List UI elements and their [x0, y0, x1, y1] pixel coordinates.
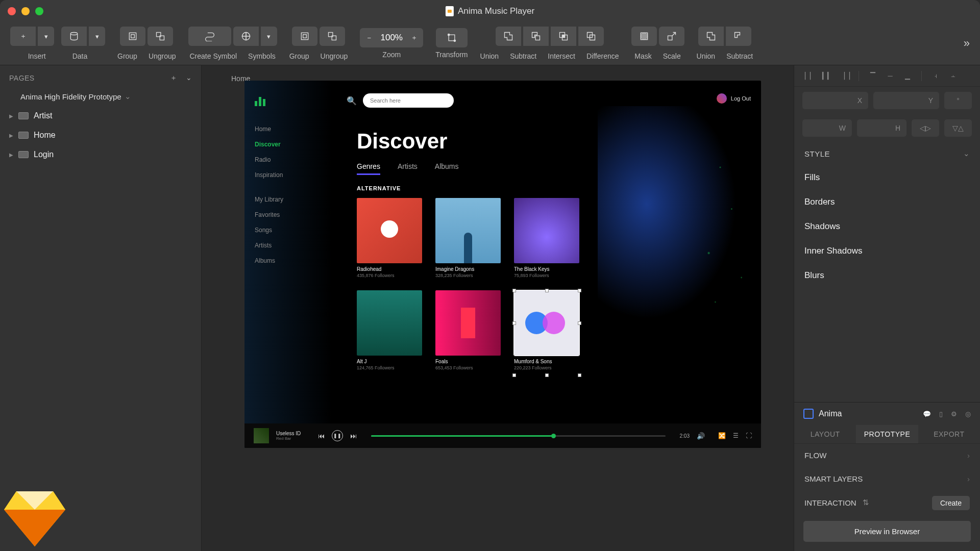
target-icon[interactable]: ◎ — [965, 410, 971, 418]
y-input[interactable]: Y — [873, 92, 939, 109]
subtract-button[interactable] — [523, 27, 549, 46]
inner-shadows-section[interactable]: Inner Shadows — [794, 239, 980, 263]
close-window-button[interactable] — [8, 7, 16, 15]
artist-card[interactable]: Alt J124,765 Followers — [357, 290, 422, 370]
layer-login[interactable]: ▶ Login — [0, 145, 201, 164]
previous-track-button[interactable]: ⏮ — [318, 432, 325, 440]
nav-artists[interactable]: Artists — [255, 238, 321, 253]
add-page-button[interactable]: ＋ — [170, 73, 178, 83]
w-input[interactable]: W — [802, 119, 852, 137]
interaction-row[interactable]: INTERACTION — [804, 498, 856, 507]
zoom-value[interactable]: 100% — [378, 33, 405, 43]
bar-icon[interactable]: ▯ — [939, 410, 943, 418]
nav-albums[interactable]: Albums — [255, 253, 321, 268]
intersect-button[interactable] — [551, 27, 576, 46]
chevron-right-icon[interactable]: › — [967, 474, 970, 483]
volume-icon[interactable]: 🔊 — [697, 432, 705, 440]
shuffle-icon[interactable]: 🔀 — [718, 432, 726, 439]
selection-handle[interactable] — [512, 321, 516, 325]
subtract2-button[interactable] — [726, 27, 751, 46]
artist-card[interactable]: Foals653,453 Followers — [435, 290, 501, 370]
nav-discover[interactable]: Discover — [255, 137, 321, 152]
symbols-button[interactable] — [233, 27, 259, 46]
chevron-down-icon[interactable]: ⌄ — [963, 149, 970, 158]
artboard-home[interactable]: Home Discover Radio Inspiration My Libra… — [244, 81, 761, 448]
flip-h-button[interactable]: ◁▷ — [912, 119, 939, 137]
align-bottom-button[interactable]: ▁ — [900, 69, 915, 83]
comment-icon[interactable]: 💬 — [923, 410, 931, 418]
disclosure-triangle-icon[interactable]: ▶ — [9, 152, 13, 158]
artist-card[interactable]: The Black Keys75,893 Followers — [514, 198, 579, 278]
rotation-input[interactable]: ° — [944, 92, 972, 109]
selection-handle[interactable] — [512, 289, 516, 292]
nav-home[interactable]: Home — [255, 121, 321, 137]
zoom-in-button[interactable]: ＋ — [405, 33, 423, 42]
logout-button[interactable]: Log Out — [717, 93, 751, 104]
distribute-h-button[interactable]: ⫞ — [928, 69, 943, 83]
symbols-dropdown[interactable]: ▾ — [261, 27, 277, 46]
chevron-right-icon[interactable]: › — [967, 451, 970, 460]
data-dropdown[interactable]: ▾ — [89, 27, 105, 46]
nav-inspiration[interactable]: Inspiration — [255, 167, 321, 183]
search-icon[interactable]: 🔍 — [347, 96, 357, 106]
toolbar-overflow-button[interactable]: » — [964, 37, 970, 50]
pages-dropdown[interactable]: ⌄ — [186, 73, 192, 83]
group-button[interactable] — [120, 27, 145, 46]
shadows-section[interactable]: Shadows — [794, 214, 980, 239]
align-left-button[interactable]: ▏▏ — [802, 69, 818, 83]
borders-section[interactable]: Borders — [794, 190, 980, 214]
selection-handle[interactable] — [578, 373, 581, 377]
disclosure-triangle-icon[interactable]: ▶ — [9, 133, 13, 138]
artist-card-selected[interactable]: Mumford & Sons220,223 Followers — [514, 290, 579, 370]
selection-handle[interactable] — [545, 373, 549, 377]
tab-prototype[interactable]: PROTOTYPE — [856, 425, 918, 443]
align-middle-button[interactable]: ─ — [883, 69, 898, 83]
create-button[interactable]: Create — [932, 496, 970, 510]
ungroup2-button[interactable] — [320, 27, 345, 46]
zoom-out-button[interactable]: − — [360, 34, 378, 42]
smart-layers-row[interactable]: SMART LAYERS — [804, 474, 863, 483]
create-symbol-button[interactable] — [188, 27, 231, 46]
selection-handle[interactable] — [545, 289, 549, 292]
maximize-window-button[interactable] — [35, 7, 43, 15]
selection-handle[interactable] — [578, 321, 581, 325]
current-page[interactable]: Anima High Fidelity Prototype⌄ — [0, 87, 201, 106]
flip-v-button[interactable]: ▽△ — [944, 119, 972, 137]
pause-button[interactable]: ❚❚ — [332, 430, 343, 441]
blurs-section[interactable]: Blurs — [794, 263, 980, 288]
align-right-button[interactable]: ▕▕ — [837, 69, 852, 83]
layer-artist[interactable]: ▶ Artist — [0, 106, 201, 126]
align-top-button[interactable]: ▔ — [865, 69, 880, 83]
fullscreen-icon[interactable]: ⛶ — [746, 432, 752, 439]
nav-my-library[interactable]: My Library — [255, 192, 321, 207]
insert-dropdown[interactable]: ▾ — [38, 27, 54, 46]
x-input[interactable]: X — [802, 92, 868, 109]
align-center-h-button[interactable]: ▎▎ — [820, 69, 835, 83]
h-input[interactable]: H — [857, 119, 906, 137]
tab-export[interactable]: EXPORT — [918, 425, 980, 443]
tab-artists[interactable]: Artists — [398, 162, 418, 175]
group2-button[interactable] — [292, 27, 317, 46]
layer-home[interactable]: ▶ Home — [0, 126, 201, 145]
nav-favorites[interactable]: Favorites — [255, 207, 321, 222]
union-button[interactable] — [496, 27, 521, 46]
union2-button[interactable] — [698, 27, 724, 46]
minimize-window-button[interactable] — [21, 7, 30, 15]
flow-row[interactable]: FLOW — [804, 451, 826, 460]
tab-albums[interactable]: Albums — [435, 162, 459, 175]
fills-section[interactable]: Fills — [794, 165, 980, 190]
next-track-button[interactable]: ⏭ — [350, 432, 357, 440]
search-input[interactable] — [363, 93, 454, 108]
distribute-v-button[interactable]: ⫠ — [945, 69, 961, 83]
preview-in-browser-button[interactable]: Preview in Browser — [803, 521, 971, 542]
queue-icon[interactable]: ☰ — [733, 432, 739, 439]
mask-button[interactable] — [631, 27, 657, 46]
nav-songs[interactable]: Songs — [255, 222, 321, 238]
nav-radio[interactable]: Radio — [255, 152, 321, 167]
artist-card[interactable]: Imagine Dragons328,235 Followers — [435, 198, 501, 278]
progress-bar[interactable] — [371, 435, 665, 437]
insert-button[interactable]: ＋ — [10, 27, 36, 46]
transform-button[interactable] — [436, 28, 468, 47]
disclosure-triangle-icon[interactable]: ▶ — [9, 113, 13, 119]
stepper-icon[interactable]: ⇅ — [863, 498, 869, 507]
